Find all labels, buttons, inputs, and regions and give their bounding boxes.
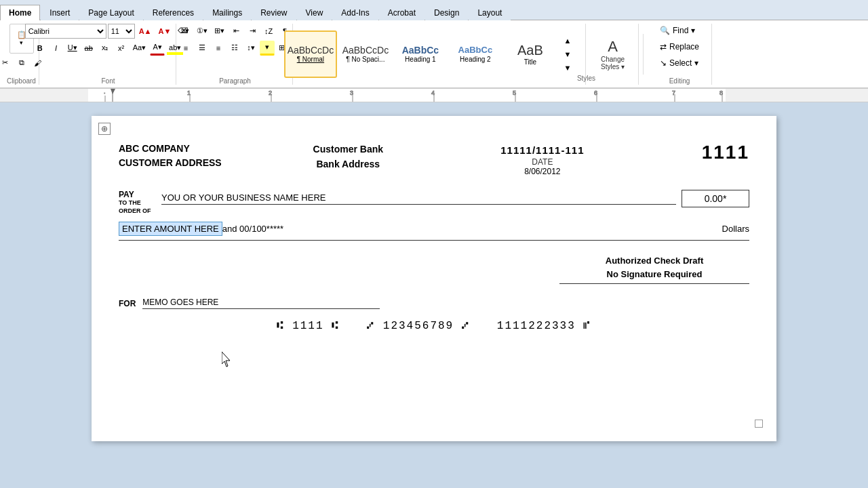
amount-box[interactable]: 0.00* (682, 190, 749, 207)
change-styles-group: A ChangeStyles ▾ (587, 24, 639, 85)
svg-text:2: 2 (269, 89, 272, 96)
tab-references[interactable]: References (144, 5, 203, 20)
ruler-svg: · 1 2 3 4 5 6 7 8 (0, 89, 868, 102)
underline-button[interactable]: U▾ (65, 41, 80, 56)
cut-button[interactable]: ✂ (0, 56, 13, 70)
tab-acrobat[interactable]: Acrobat (379, 5, 425, 20)
style-no-spacing[interactable]: AaBbCcDc ¶ No Spaci... (339, 30, 392, 78)
date-section: DATE (532, 157, 553, 167)
bold-button[interactable]: B (33, 41, 47, 56)
sep1 (643, 34, 644, 75)
micr-routing: ⑆ 1111 ⑆ (277, 320, 340, 332)
micr-account: ⑇ 123456789 ⑇ (367, 320, 470, 332)
copy-button[interactable]: ⧉ (14, 56, 29, 70)
style-heading2[interactable]: AaBbCc Heading 2 (449, 30, 502, 78)
bank-name: Customer Bank (313, 142, 383, 157)
justify-button[interactable]: ☷ (227, 41, 242, 56)
italic-button[interactable]: I (49, 41, 64, 56)
multilevel-button[interactable]: ⊞▾ (212, 24, 227, 39)
tab-insert[interactable]: Insert (41, 5, 79, 20)
increase-font-button[interactable]: A▲ (136, 24, 155, 39)
select-button[interactable]: ↘ Select ▾ (655, 56, 704, 70)
editing-group: 🔍 Find ▾ ⇄ Replace ↘ Select ▾ Editing (648, 24, 712, 85)
font-group: Calibri 11 A▲ A▼ ⌫ B I U▾ ab x₂ x² Aa▾ A… (41, 24, 176, 85)
routing-date-section: 11111/1111-111 DATE 8/06/2012 (475, 142, 610, 176)
pay-to-line: YOU OR YOUR BUSINESS NAME HERE 0.00* (161, 190, 749, 207)
decrease-indent-button[interactable]: ⇤ (229, 24, 243, 39)
amount-written-field[interactable]: ENTER AMOUNT HERE (119, 222, 222, 236)
tab-mailings[interactable]: Mailings (203, 5, 251, 20)
ruler: · 1 2 3 4 5 6 7 8 (0, 89, 868, 102)
numbering-button[interactable]: ①▾ (194, 24, 210, 39)
payee-field[interactable]: YOU OR YOUR BUSINESS NAME HERE (161, 192, 676, 205)
tab-view[interactable]: View (297, 5, 332, 20)
style-title[interactable]: AaB Title (504, 30, 557, 78)
replace-button[interactable]: ⇄ Replace (655, 40, 704, 54)
svg-marker-22 (222, 352, 230, 367)
align-center-button[interactable]: ☰ (195, 41, 210, 56)
memo-section: FOR MEMO GOES HERE (119, 298, 749, 309)
tab-layout[interactable]: Layout (469, 5, 511, 20)
tab-design[interactable]: Design (425, 5, 468, 20)
pay-label: PAY TO THEORDER OF (119, 190, 156, 215)
bullets-button[interactable]: ≡▾ (178, 24, 193, 39)
increase-indent-button[interactable]: ⇥ (245, 24, 260, 39)
styles-more[interactable]: ▼ (560, 61, 575, 75)
align-left-button[interactable]: ≡ (178, 41, 193, 56)
style-heading1[interactable]: AaBbCc Heading 1 (394, 30, 447, 78)
tab-home[interactable]: Home (0, 5, 40, 20)
align-right-button[interactable]: ≡ (211, 41, 226, 56)
ribbon-tab-bar: Home Insert Page Layout References Maili… (0, 0, 868, 20)
shading-button[interactable]: ▾ (260, 41, 275, 56)
font-color-button[interactable]: A▾ (150, 41, 165, 56)
tab-review[interactable]: Review (252, 5, 296, 20)
memo-field[interactable]: MEMO GOES HERE (142, 298, 380, 309)
check-header: ABC COMPANY CUSTOMER ADDRESS Customer Ba… (119, 142, 749, 176)
sort-button[interactable]: ↕Z (261, 24, 276, 39)
svg-text:4: 4 (431, 89, 435, 96)
style-title-preview: AaB (517, 42, 543, 58)
document-area: ⊕ ABC COMPANY CUSTOMER ADDRESS Customer … (0, 102, 868, 455)
decrease-font-button[interactable]: A▼ (156, 24, 174, 39)
check-number: 1111 (702, 142, 749, 163)
check-number-section: 1111 (702, 142, 749, 163)
memo-label: FOR (119, 299, 136, 308)
authorized-line2: No Signature Required (559, 268, 749, 281)
date-label: DATE (532, 157, 553, 167)
svg-text:·: · (104, 89, 106, 96)
tab-page-layout[interactable]: Page Layout (79, 5, 142, 20)
date-value: 8/06/2012 (524, 167, 560, 176)
doc-move-handle[interactable]: ⊕ (98, 123, 111, 135)
authorized-section: Authorized Check Draft No Signature Requ… (559, 254, 749, 284)
line-spacing-button[interactable]: ↕▾ (243, 41, 258, 56)
pay-to-text: TO THEORDER OF (119, 199, 156, 215)
styles-scroll-down[interactable]: ▼ (560, 47, 575, 61)
style-normal[interactable]: AaBbCcDc ¶ Normal (284, 30, 337, 78)
style-no-spacing-preview: AaBbCcDc (342, 45, 389, 56)
font-selector[interactable]: Calibri (25, 24, 106, 39)
amount-written-section: ENTER AMOUNT HERE and 00/100***** Dollar… (119, 222, 749, 241)
styles-scroll-up[interactable]: ▲ (560, 34, 575, 47)
style-normal-preview: AaBbCcDc (288, 45, 334, 56)
change-styles-button[interactable]: A ChangeStyles ▾ (589, 30, 637, 78)
bank-address: Bank Address (313, 157, 383, 171)
font-size-selector[interactable]: 11 (108, 24, 135, 39)
svg-text:1: 1 (187, 89, 191, 96)
pay-section: PAY TO THEORDER OF YOU OR YOUR BUSINESS … (119, 190, 749, 215)
subscript-button[interactable]: x₂ (98, 41, 113, 56)
change-case-button[interactable]: Aa▾ (130, 41, 149, 56)
corner-resize-handle[interactable] (755, 420, 763, 428)
styles-group: AaBbCcDc ¶ Normal AaBbCcDc ¶ No Spaci...… (294, 24, 586, 85)
superscript-button[interactable]: x² (114, 41, 129, 56)
find-button[interactable]: 🔍 Find ▾ (655, 24, 704, 37)
tab-addins[interactable]: Add-Ins (332, 5, 378, 20)
memo-value: MEMO GOES HERE (142, 298, 218, 307)
pay-text: PAY (119, 190, 156, 199)
style-h1-label: Heading 1 (405, 56, 436, 63)
style-h2-preview: AaBbCc (458, 45, 493, 56)
strikethrough-button[interactable]: ab (81, 41, 96, 56)
company-info: ABC COMPANY CUSTOMER ADDRESS (119, 142, 222, 170)
svg-rect-1 (88, 89, 726, 102)
micr-check: 1111222333 ⑈ (497, 320, 592, 332)
dollars-label: Dollars (722, 224, 749, 234)
